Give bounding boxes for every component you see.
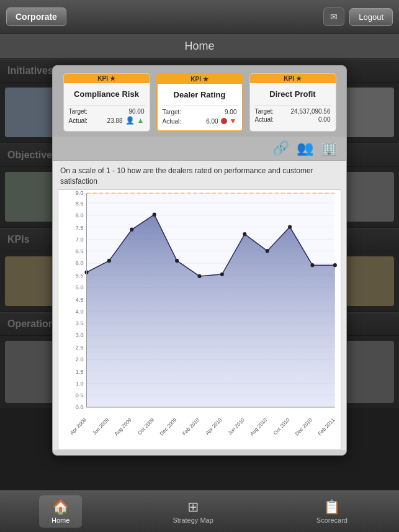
scorecard-tab-icon: 📋 — [323, 499, 340, 515]
svg-text:Jun 2009: Jun 2009 — [92, 417, 110, 436]
users-icon[interactable]: 👥 — [297, 140, 313, 156]
svg-text:Jun 2010: Jun 2010 — [227, 417, 246, 436]
svg-text:Dec 2010: Dec 2010 — [294, 417, 313, 436]
corporate-button[interactable]: Corporate — [6, 7, 66, 26]
svg-text:2.5: 2.5 — [76, 345, 84, 351]
tab-scorecard[interactable]: 📋 Scorecard — [304, 495, 360, 528]
svg-point-45 — [175, 258, 179, 262]
svg-text:1.0: 1.0 — [76, 380, 84, 386]
page-title-bar: Home — [0, 34, 399, 59]
chart-section: On a scale of 1 - 10 how are the dealers… — [53, 160, 346, 450]
strategy-tab-label: Strategy Map — [173, 516, 213, 524]
svg-text:Aug 2009: Aug 2009 — [114, 417, 133, 436]
mail-button[interactable]: ✉ — [323, 7, 344, 26]
svg-text:Feb 2011: Feb 2011 — [317, 417, 336, 436]
svg-point-47 — [220, 272, 224, 276]
kpi-modal: KPI ★ Compliance Risk Target: 90.00 Actu… — [52, 65, 347, 456]
svg-text:Aug 2010: Aug 2010 — [249, 417, 268, 436]
svg-text:Feb 2010: Feb 2010 — [181, 417, 200, 436]
svg-point-44 — [153, 212, 156, 216]
modal-icons-row: 🔗 👥 🏢 — [53, 137, 346, 160]
kpi-card-title-profit: Direct Profit — [250, 83, 336, 105]
svg-text:5.0: 5.0 — [76, 284, 84, 290]
svg-text:Apr 2010: Apr 2010 — [205, 417, 223, 436]
strategy-tab-icon: ⊞ — [187, 499, 199, 515]
tab-strategy[interactable]: ⊞ Strategy Map — [160, 495, 225, 528]
svg-point-50 — [288, 225, 292, 228]
modal-overlay: KPI ★ Compliance Risk Target: 90.00 Actu… — [0, 59, 399, 490]
svg-text:0.5: 0.5 — [76, 392, 84, 399]
svg-text:8.5: 8.5 — [76, 201, 84, 207]
chart-description: On a scale of 1 - 10 how are the dealers… — [53, 161, 346, 189]
svg-text:3.5: 3.5 — [76, 320, 84, 327]
kpi-card-title-compliance: Compliance Risk — [64, 83, 150, 105]
kpi-card-header-dealer: KPI ★ — [158, 74, 242, 84]
svg-text:6.0: 6.0 — [76, 260, 84, 266]
svg-text:Apr 2009: Apr 2009 — [69, 417, 87, 436]
kpi-metrics-profit: Target: 24,537,090.56 Actual: 0.00 — [250, 106, 336, 128]
svg-point-43 — [130, 227, 133, 231]
kpi-card-profit[interactable]: KPI ★ Direct Profit Target: 24,537,090.5… — [249, 73, 336, 132]
link-icon[interactable]: 🔗 — [272, 140, 289, 156]
top-bar: Corporate ✉ Logout — [0, 0, 399, 34]
tab-home[interactable]: 🏠 Home — [39, 495, 82, 528]
home-tab-label: Home — [52, 516, 69, 524]
svg-point-42 — [107, 258, 111, 262]
kpi-cards-section: KPI ★ Compliance Risk Target: 90.00 Actu… — [53, 66, 346, 137]
tab-bar: 🏠 Home ⊞ Strategy Map 📋 Scorecard — [0, 490, 399, 532]
svg-text:Oct 2010: Oct 2010 — [272, 417, 291, 436]
kpi-card-dealer[interactable]: KPI ★ Dealer Rating Target: 9.00 Actual:… — [156, 73, 243, 132]
svg-point-52 — [333, 263, 337, 267]
svg-text:7.5: 7.5 — [76, 224, 84, 230]
kpi-card-header-profit: KPI ★ — [250, 74, 336, 83]
svg-text:1.5: 1.5 — [76, 368, 84, 374]
svg-point-51 — [310, 263, 314, 267]
svg-text:Dec 2009: Dec 2009 — [159, 417, 178, 436]
svg-point-46 — [197, 274, 201, 277]
kpi-metrics-dealer: Target: 9.00 Actual: 6.00 ▼ — [158, 106, 242, 130]
svg-text:3.0: 3.0 — [76, 332, 84, 338]
page-title: Home — [184, 40, 214, 53]
svg-text:5.5: 5.5 — [76, 273, 84, 279]
svg-text:0.0: 0.0 — [76, 404, 84, 410]
svg-text:9.0: 9.0 — [76, 190, 84, 196]
home-tab-icon: 🏠 — [52, 499, 69, 515]
kpi-card-header-compliance: KPI ★ — [64, 74, 150, 83]
svg-text:6.5: 6.5 — [76, 248, 84, 255]
logout-button[interactable]: Logout — [349, 8, 393, 26]
svg-text:Oct 2009: Oct 2009 — [137, 417, 156, 436]
scorecard-tab-label: Scorecard — [316, 516, 347, 524]
svg-point-48 — [243, 232, 246, 236]
chart-container: 0.0 0.5 1.0 1.5 2.0 2.5 3.0 3.5 4.0 4.5 … — [58, 189, 341, 450]
kpi-metrics-compliance: Target: 90.00 Actual: 23.88 👤 ▲ — [64, 106, 150, 130]
svg-text:4.0: 4.0 — [76, 308, 84, 314]
top-right-actions: ✉ Logout — [323, 7, 393, 26]
svg-text:4.5: 4.5 — [76, 296, 84, 302]
svg-text:2.0: 2.0 — [76, 356, 84, 362]
svg-text:7.0: 7.0 — [76, 236, 84, 242]
chart-svg: 0.0 0.5 1.0 1.5 2.0 2.5 3.0 3.5 4.0 4.5 … — [58, 190, 341, 449]
svg-text:8.0: 8.0 — [76, 212, 84, 218]
kpi-card-title-dealer: Dealer Rating — [158, 84, 242, 106]
org-icon[interactable]: 🏢 — [321, 140, 338, 156]
kpi-card-compliance[interactable]: KPI ★ Compliance Risk Target: 90.00 Actu… — [63, 73, 150, 132]
svg-point-49 — [266, 249, 269, 253]
